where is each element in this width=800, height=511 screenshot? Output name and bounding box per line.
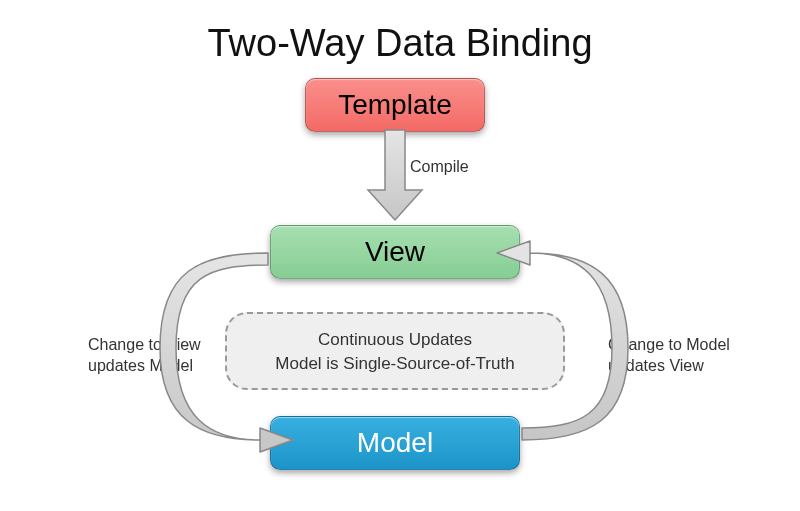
left-label-line2: updates Model [88,357,193,374]
left-label-line1: Change to View [88,336,201,353]
right-label-line1: Change to Model [608,336,730,353]
compile-arrow-label: Compile [410,158,469,176]
model-node: Model [270,416,520,470]
right-arrow-label: Change to Model updates View [608,335,730,377]
right-label-line2: updates View [608,357,704,374]
updates-line2: Model is Single-Source-of-Truth [275,354,514,373]
diagram-title: Two-Way Data Binding [0,22,800,65]
updates-line1: Continuous Updates [318,330,472,349]
continuous-updates-box: Continuous Updates Model is Single-Sourc… [225,312,565,390]
left-arrow-label: Change to View updates Model [88,335,201,377]
view-node: View [270,225,520,279]
template-node: Template [305,78,485,132]
